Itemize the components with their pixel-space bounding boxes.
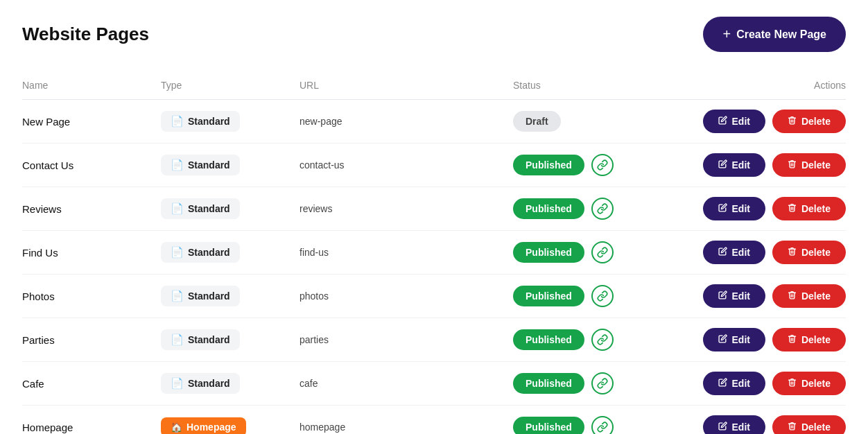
table-body: New Page 📄 Standard new-page Draft Edit [22, 100, 846, 434]
cell-name: Homepage [22, 422, 161, 433]
cell-type: 📄 Standard [161, 242, 300, 263]
page-header: Website Pages + Create New Page [22, 17, 846, 52]
link-icon[interactable] [591, 154, 614, 176]
delete-button[interactable]: Delete [772, 372, 846, 395]
plus-icon: + [722, 26, 731, 42]
status-badge: Published [513, 155, 584, 175]
col-header-status: Status [513, 80, 666, 91]
cell-name: Parties [22, 334, 161, 346]
link-icon[interactable] [591, 285, 614, 307]
cell-actions: Edit Delete [666, 372, 846, 395]
cell-type: 📄 Standard [161, 373, 300, 394]
cell-name: Contact Us [22, 159, 161, 171]
col-header-type: Type [161, 80, 300, 91]
cell-name: Cafe [22, 378, 161, 390]
delete-button[interactable]: Delete [772, 328, 846, 351]
pages-table: Name Type URL Status Actions New Page 📄 … [22, 74, 846, 434]
delete-button[interactable]: Delete [772, 110, 846, 133]
table-row: New Page 📄 Standard new-page Draft Edit [22, 100, 846, 144]
link-icon[interactable] [591, 329, 614, 351]
delete-button[interactable]: Delete [772, 415, 846, 434]
trash-icon [788, 247, 797, 258]
cell-actions: Edit Delete [666, 284, 846, 308]
cell-url: photos [300, 290, 513, 302]
edit-icon [718, 159, 727, 171]
type-badge-standard: 📄 Standard [161, 198, 240, 219]
cell-status: Draft [513, 111, 666, 132]
cell-url: find-us [300, 247, 513, 258]
cell-actions: Edit Delete [666, 110, 846, 133]
cell-url: parties [300, 334, 513, 345]
trash-icon [788, 290, 797, 302]
edit-button[interactable]: Edit [703, 197, 765, 220]
trash-icon [788, 203, 797, 214]
edit-icon [718, 422, 727, 433]
edit-button[interactable]: Edit [703, 110, 765, 133]
cell-actions: Edit Delete [666, 197, 846, 220]
cell-name: Find Us [22, 247, 161, 259]
edit-button[interactable]: Edit [703, 415, 765, 434]
trash-icon [788, 116, 797, 127]
col-header-name: Name [22, 80, 161, 91]
type-badge-standard: 📄 Standard [161, 373, 240, 394]
trash-icon [788, 422, 797, 433]
table-header: Name Type URL Status Actions [22, 74, 846, 100]
link-icon[interactable] [591, 241, 614, 263]
cell-status: Published [513, 329, 666, 351]
cell-status: Published [513, 416, 666, 434]
table-row: Homepage 🏠 Homepage homepage Published [22, 406, 846, 434]
table-row: Reviews 📄 Standard reviews Published [22, 187, 846, 231]
edit-icon [718, 203, 727, 214]
cell-url: reviews [300, 203, 513, 214]
delete-button[interactable]: Delete [772, 197, 846, 220]
status-badge: Draft [513, 111, 561, 132]
doc-icon: 📄 [171, 333, 184, 346]
edit-icon [718, 116, 727, 127]
edit-icon [718, 290, 727, 302]
cell-type: 📄 Standard [161, 111, 300, 132]
type-badge-standard: 📄 Standard [161, 286, 240, 306]
cell-url: homepage [300, 422, 513, 433]
doc-icon: 📄 [171, 290, 184, 302]
cell-name: Reviews [22, 203, 161, 215]
table-row: Cafe 📄 Standard cafe Published Edit [22, 362, 846, 406]
cell-url: cafe [300, 378, 513, 389]
cell-type: 📄 Standard [161, 198, 300, 219]
status-badge: Published [513, 242, 584, 263]
trash-icon [788, 159, 797, 171]
delete-button[interactable]: Delete [772, 284, 846, 308]
home-icon: 🏠 [171, 422, 182, 433]
edit-button[interactable]: Edit [703, 372, 765, 395]
cell-name: New Page [22, 116, 161, 128]
doc-icon: 📄 [171, 246, 184, 259]
trash-icon [788, 378, 797, 389]
edit-button[interactable]: Edit [703, 328, 765, 351]
cell-status: Published [513, 198, 666, 220]
edit-button[interactable]: Edit [703, 241, 765, 264]
type-badge-standard: 📄 Standard [161, 111, 240, 132]
status-badge: Published [513, 417, 584, 434]
doc-icon: 📄 [171, 202, 184, 215]
type-badge-standard: 📄 Standard [161, 242, 240, 263]
link-icon[interactable] [591, 416, 614, 434]
cell-type: 📄 Standard [161, 286, 300, 306]
delete-button[interactable]: Delete [772, 241, 846, 264]
edit-button[interactable]: Edit [703, 284, 765, 308]
page-title: Website Pages [22, 24, 149, 45]
edit-icon [718, 378, 727, 389]
status-badge: Published [513, 373, 584, 394]
doc-icon: 📄 [171, 377, 184, 390]
table-row: Photos 📄 Standard photos Published E [22, 275, 846, 318]
doc-icon: 📄 [171, 159, 184, 171]
delete-button[interactable]: Delete [772, 153, 846, 177]
cell-url: contact-us [300, 159, 513, 171]
table-row: Find Us 📄 Standard find-us Published [22, 231, 846, 275]
status-badge: Published [513, 198, 584, 219]
link-icon[interactable] [591, 198, 614, 220]
edit-button[interactable]: Edit [703, 153, 765, 177]
link-icon[interactable] [591, 372, 614, 394]
edit-icon [718, 247, 727, 258]
cell-actions: Edit Delete [666, 241, 846, 264]
col-header-actions: Actions [666, 80, 846, 91]
create-page-button[interactable]: + Create New Page [703, 17, 846, 52]
